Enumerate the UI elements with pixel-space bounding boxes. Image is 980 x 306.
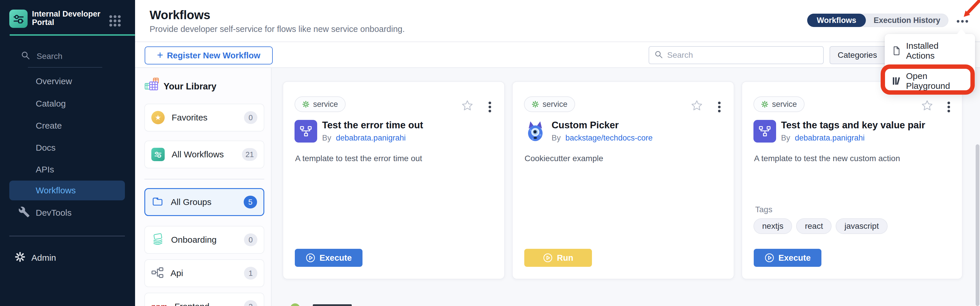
workflow-avatar — [753, 120, 776, 143]
library-title: Your Library — [164, 81, 216, 92]
menu-item-open-playground[interactable]: Open Playground — [892, 73, 968, 89]
sidebar-item-apis[interactable]: APIs — [36, 164, 54, 175]
library-item-label: Onboarding — [171, 235, 237, 245]
sidebar-divider — [28, 67, 102, 68]
author-link[interactable]: backstage/techdocs-core — [566, 133, 653, 143]
sidebar-item-label: Docs — [36, 143, 56, 153]
sidebar-accent-divider — [10, 34, 135, 36]
scrollbar-thumb[interactable] — [976, 144, 979, 306]
actions-dropdown-menu: Installed Actions Open Playground — [885, 34, 975, 92]
library-item-label: All Workflows — [172, 149, 235, 159]
count-badge: 5 — [244, 196, 257, 208]
library-item-label: Favorites — [172, 113, 237, 122]
card-author-row: By backstage/techdocs-core — [552, 133, 653, 143]
sidebar-item-overview[interactable]: Overview — [36, 76, 72, 87]
by-label: By — [781, 133, 790, 143]
search-icon — [654, 50, 663, 60]
workflows-icon — [151, 148, 165, 161]
menu-item-installed-actions[interactable]: Installed Actions — [892, 43, 968, 59]
view-toggle: Workflows Execution History — [807, 14, 948, 27]
kind-chip: service — [294, 97, 346, 112]
sidebar-item-label: APIs — [36, 165, 54, 174]
favorite-star-icon[interactable] — [691, 100, 703, 113]
library-item-all-groups[interactable]: All Groups 5 — [144, 188, 264, 216]
flow-icon — [758, 125, 772, 138]
sidebar-search[interactable]: Search — [21, 51, 62, 62]
sidebar-item-catalog[interactable]: Catalog — [36, 98, 66, 109]
next-section-title-clipped — [313, 304, 352, 306]
library-divider — [144, 179, 264, 179]
sidebar-item-label: Overview — [36, 76, 72, 86]
register-label: Register New Workflow — [167, 51, 261, 60]
author-link[interactable]: debabrata.panigrahi — [795, 133, 865, 143]
library-item-api[interactable]: Api 1 — [144, 259, 264, 287]
author-link[interactable]: debabrata.panigrahi — [336, 133, 406, 143]
library-item-label: Api — [170, 268, 237, 278]
workflow-avatar — [294, 120, 317, 143]
card-menu-button[interactable] — [718, 101, 721, 113]
folder-icon — [152, 196, 164, 208]
library-item-all-workflows[interactable]: All Workflows 21 — [144, 141, 264, 168]
action-label: Execute — [320, 253, 352, 263]
menu-item-label: Open Playground — [906, 71, 968, 91]
app-root: Internal Developer Portal Search Overvie… — [0, 0, 980, 306]
chip-label: service — [313, 100, 338, 109]
gear-icon — [531, 100, 539, 108]
categories-label: Categories — [838, 51, 877, 60]
execute-button[interactable]: Execute — [295, 249, 363, 267]
library-item-onboarding[interactable]: Onboarding 0 — [144, 226, 264, 254]
page-title: Workflows — [150, 8, 210, 22]
brand-title: Internal Developer Portal — [32, 10, 105, 27]
execute-button[interactable]: Execute — [754, 249, 821, 267]
gear-icon — [761, 100, 768, 108]
sidebar-item-label: Admin — [31, 253, 56, 263]
sidebar-item-workflows[interactable]: Workflows — [9, 181, 125, 200]
sidebar-item-docs[interactable]: Docs — [36, 143, 56, 153]
favorite-star-icon[interactable] — [921, 100, 933, 113]
workflow-avatar — [524, 120, 547, 143]
tag-chip[interactable]: nextjs — [753, 218, 792, 234]
action-label: Run — [557, 253, 573, 263]
sidebar-item-devtools[interactable]: DevTools — [18, 206, 72, 219]
app-grid-icon[interactable] — [109, 14, 121, 29]
gear-icon — [14, 251, 25, 265]
more-options-button[interactable] — [957, 20, 968, 23]
favorite-star-icon[interactable] — [461, 100, 473, 113]
sidebar-item-label: Create — [36, 121, 62, 131]
tags-label: Tags — [755, 205, 772, 214]
card-menu-button[interactable] — [488, 101, 491, 113]
tag-chip[interactable]: react — [796, 218, 832, 234]
sidebar: Internal Developer Portal Search Overvie… — [0, 0, 135, 306]
workflow-search — [649, 46, 824, 64]
flow-icon — [299, 125, 313, 138]
count-badge: 3 — [244, 300, 257, 306]
library-icon — [892, 76, 901, 86]
tag-chip[interactable]: javascript — [836, 218, 887, 234]
sidebar-item-label: Workflows — [36, 186, 76, 195]
plus-icon: + — [157, 49, 163, 61]
card-description: A template to test the new custom action — [754, 154, 900, 163]
toggle-workflows[interactable]: Workflows — [807, 14, 866, 27]
register-new-workflow-button[interactable]: + Register New Workflow — [145, 46, 273, 65]
count-badge: 1 — [244, 267, 257, 279]
search-icon — [21, 51, 30, 62]
count-badge: 0 — [244, 233, 257, 246]
sidebar-item-create[interactable]: Create — [36, 120, 62, 131]
menu-caret — [956, 29, 967, 37]
card-title: Test the tags and key value pair — [781, 120, 925, 131]
toggle-execution-history[interactable]: Execution History — [866, 14, 948, 27]
wrench-icon — [18, 206, 30, 220]
library-item-favorites[interactable]: ★ Favorites 0 — [144, 104, 264, 132]
sidebar-item-admin[interactable]: Admin — [14, 251, 56, 264]
library-item-frontend[interactable]: npm Frontend 3 — [144, 293, 264, 306]
chip-label: service — [542, 100, 568, 109]
search-input[interactable] — [667, 51, 818, 60]
count-badge: 0 — [244, 111, 257, 124]
library-item-label: Frontend — [175, 302, 237, 306]
monster-icon — [524, 120, 547, 143]
card-description: Cookiecutter example — [525, 154, 603, 163]
card-description: A template to test the error time out — [295, 154, 422, 163]
card-menu-button[interactable] — [947, 101, 950, 113]
run-button[interactable]: Run — [524, 249, 592, 267]
tags-row: nextjs react javascript — [753, 218, 888, 234]
